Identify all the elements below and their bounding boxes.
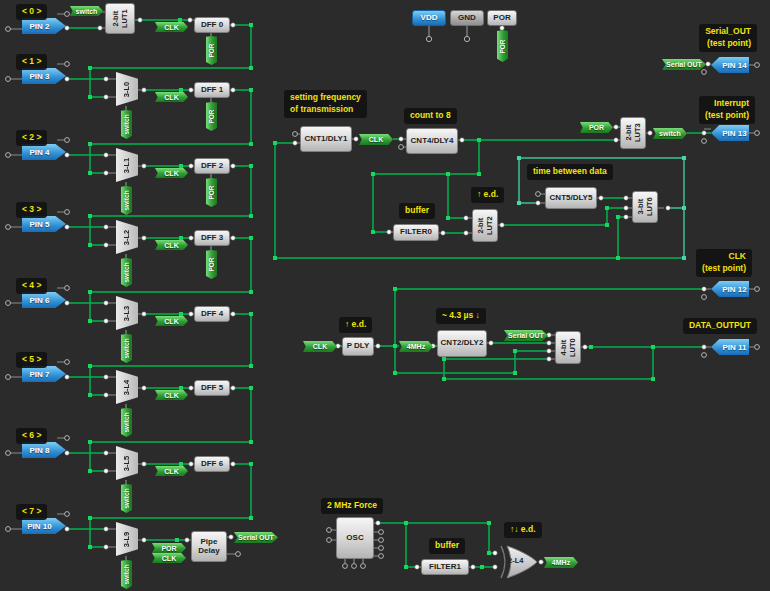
- net-tag-4mhz-source[interactable]: 4MHz: [544, 557, 578, 568]
- dff-2[interactable]: DFF 2: [194, 158, 230, 174]
- gnd-block[interactable]: GND: [450, 10, 484, 26]
- lut3-line2: LUT3: [633, 124, 642, 143]
- net-tag-clk[interactable]: CLK: [155, 168, 188, 178]
- net-tag-por[interactable]: POR: [580, 122, 613, 133]
- schematic-canvas: < 0 > PIN 2 switch 2-bitLUT1 CLK DFF 0 P…: [0, 0, 770, 591]
- edge-detect-annotation: ↑ e.d.: [471, 187, 504, 203]
- net-tag-serial-out[interactable]: Serial OUT: [504, 330, 548, 341]
- net-tag-switch[interactable]: switch: [70, 6, 103, 16]
- edge-detect-annotation: ↑↓ e.d.: [504, 522, 542, 538]
- net-tag-serial-out[interactable]: Serial OUT: [662, 59, 706, 70]
- count-to-8-annotation: count to 8: [404, 108, 457, 124]
- bus-index-label-1: < 1 >: [16, 54, 47, 70]
- net-tag-clk[interactable]: CLK: [155, 316, 188, 326]
- net-tag-switch[interactable]: switch: [121, 334, 132, 363]
- net-tag-switch[interactable]: switch: [121, 408, 132, 437]
- dff-6[interactable]: DFF 6: [194, 456, 230, 472]
- lut-2bit-lut3[interactable]: 2-bitLUT3: [620, 117, 646, 149]
- net-tag-por[interactable]: POR: [206, 36, 217, 65]
- bus-index-label-5: < 5 >: [16, 352, 47, 368]
- buffer-annotation: buffer: [429, 538, 465, 554]
- buffer-annotation: buffer: [399, 203, 435, 219]
- interrupt-testpoint-label: Interrupt(test point): [699, 96, 755, 124]
- net-tag-clk[interactable]: CLK: [155, 240, 188, 250]
- bus-index-label-7: < 7 >: [16, 504, 47, 520]
- net-tag-por[interactable]: POR: [206, 178, 217, 207]
- wire-layer: [0, 0, 770, 591]
- net-tag-por[interactable]: POR: [206, 250, 217, 279]
- pipe-delay-line2: Delay: [198, 547, 219, 556]
- net-tag-serial-out[interactable]: Serial OUT: [234, 532, 278, 543]
- net-tag-por-source[interactable]: POR: [497, 30, 508, 62]
- edge-detect-annotation: ↑ e.d.: [339, 317, 372, 333]
- net-tag-clk[interactable]: CLK: [155, 466, 188, 476]
- cnt1-dly1-block[interactable]: CNT1/DLY1: [300, 126, 352, 152]
- lut2-line1: 2-bit: [476, 216, 485, 235]
- lut0-line1: 4-bit: [559, 338, 568, 357]
- net-tag-por[interactable]: POR: [206, 102, 217, 131]
- lut-2bit-lut2[interactable]: 2-bitLUT2: [472, 209, 498, 242]
- net-tag-clk[interactable]: CLK: [155, 22, 188, 32]
- time-between-data-annotation: time between data: [527, 164, 613, 180]
- lut6-line1: 3-bit: [636, 198, 645, 217]
- net-tag-clk[interactable]: CLK: [155, 92, 188, 102]
- lut1-line1: 2-bit: [111, 9, 120, 28]
- net-tag-switch[interactable]: switch: [121, 484, 132, 513]
- vdd-block[interactable]: VDD: [412, 10, 446, 26]
- lut-2bit-lut1[interactable]: 2-bitLUT1: [105, 3, 135, 34]
- cnt2-dly2-block[interactable]: CNT2/DLY2: [437, 330, 487, 357]
- force-annotation: 2 MHz Force: [321, 498, 383, 514]
- dff-5[interactable]: DFF 5: [194, 380, 230, 396]
- dff-3[interactable]: DFF 3: [194, 230, 230, 246]
- lut-4bit-lut0[interactable]: 4-bitLUT0: [555, 331, 581, 364]
- filter1-block[interactable]: FILTER1: [421, 559, 469, 575]
- por-block[interactable]: POR: [487, 10, 517, 26]
- lut-3bit-lut6[interactable]: 3-bitLUT6: [632, 191, 658, 223]
- lut6-line2: LUT6: [645, 198, 654, 217]
- pipe-delay-block[interactable]: PipeDelay: [191, 531, 227, 562]
- data-output-label: DATA_OUTPUT: [683, 318, 757, 334]
- dff-0[interactable]: DFF 0: [194, 17, 230, 33]
- serial-out-testpoint-label: Serial_OUT(test point): [699, 24, 757, 52]
- lut3-line1: 2-bit: [624, 124, 633, 143]
- dff-4[interactable]: DFF 4: [194, 306, 230, 322]
- lut1-line2: LUT1: [120, 9, 129, 28]
- net-tag-clk[interactable]: CLK: [155, 390, 188, 400]
- net-tag-switch[interactable]: switch: [121, 186, 132, 215]
- net-tag-por[interactable]: POR: [152, 543, 186, 553]
- net-tag-clk-source[interactable]: CLK: [359, 134, 393, 145]
- frequency-annotation: setting frequencyof transmission: [284, 90, 367, 118]
- dff-1[interactable]: DFF 1: [194, 82, 230, 98]
- net-tag-switch[interactable]: switch: [121, 258, 132, 287]
- cnt4-dly4-block[interactable]: CNT4/DLY4: [406, 128, 458, 154]
- lut0-line2: LUT0: [568, 338, 577, 357]
- bus-index-label-3: < 3 >: [16, 202, 47, 218]
- xor-gate-label: 2-L4: [508, 556, 523, 565]
- bus-index-label-6: < 6 >: [16, 428, 47, 444]
- net-tag-switch-source[interactable]: switch: [653, 128, 687, 139]
- clk-testpoint-label: CLK(test point): [696, 249, 752, 277]
- bus-index-label-4: < 4 >: [16, 278, 47, 294]
- p-dly-block[interactable]: P DLY: [342, 337, 374, 356]
- bus-index-label-2: < 2 >: [16, 130, 47, 146]
- bus-index-label-0: < 0 >: [16, 4, 47, 20]
- net-tag-clk[interactable]: CLK: [152, 553, 186, 563]
- delay-annotation: ~ 4.3 µs ↓: [436, 308, 486, 324]
- net-tag-4mhz[interactable]: 4MHz: [399, 341, 433, 352]
- cnt5-dly5-block[interactable]: CNT5/DLY5: [545, 187, 597, 209]
- net-tag-clk[interactable]: CLK: [303, 341, 337, 352]
- filter0-block[interactable]: FILTER0: [393, 224, 439, 241]
- lut2-line2: LUT2: [485, 216, 494, 235]
- osc-block[interactable]: OSC: [336, 517, 374, 559]
- net-tag-switch[interactable]: switch: [121, 110, 132, 139]
- net-tag-switch[interactable]: switch: [121, 560, 132, 589]
